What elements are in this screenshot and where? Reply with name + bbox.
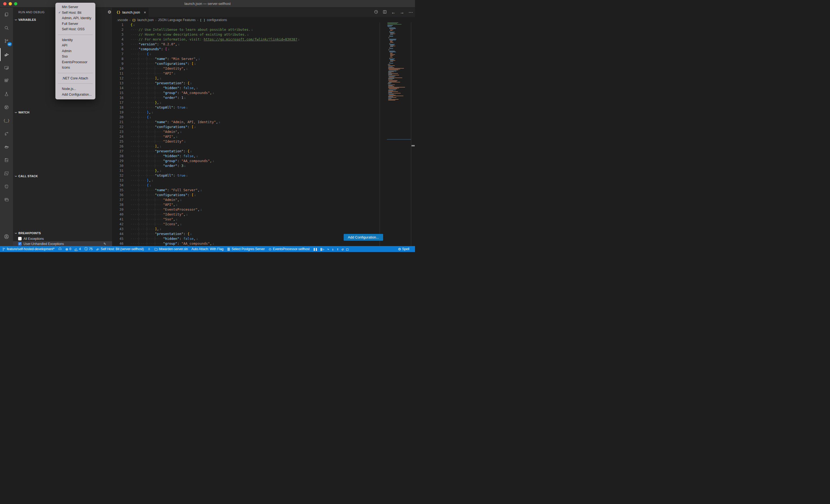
zoom-window-icon[interactable] bbox=[14, 2, 17, 5]
code-line-3[interactable]: 3····//·Hover·to·view·descriptions·of·ex… bbox=[113, 32, 415, 37]
code-line-11[interactable]: 11················"API"↓ bbox=[113, 71, 415, 76]
menu-item-admin-api-identity[interactable]: Admin, API, Identity bbox=[55, 15, 95, 21]
run-debug-icon[interactable] bbox=[0, 48, 13, 61]
code-line-37[interactable]: 37················"Admin",↓ bbox=[113, 197, 415, 202]
code-line-40[interactable]: 40················"Identity",↓ bbox=[113, 212, 415, 217]
more-actions-icon[interactable]: ⋯ bbox=[409, 10, 413, 15]
code-line-16[interactable]: 16················"order":·1↓ bbox=[113, 95, 415, 100]
tab-launch-json[interactable]: {} launch.json × bbox=[113, 7, 149, 17]
status-item-bitwarden-server-sln[interactable]: bitwarden-server.sln bbox=[154, 247, 188, 251]
code-line-32[interactable]: 32············"stopAll":·true↓ bbox=[113, 173, 415, 178]
code-line-43[interactable]: 43············],↓ bbox=[113, 227, 415, 232]
extensions-icon[interactable] bbox=[0, 74, 13, 87]
menu-item-add-configuration[interactable]: Add Configuration... bbox=[55, 92, 95, 98]
menu-item-min-server[interactable]: Min Server bbox=[55, 4, 95, 10]
menu-item-node-js[interactable]: Node.js... bbox=[55, 86, 95, 92]
checked-checkbox[interactable]: ✓ bbox=[18, 242, 22, 245]
remote-explorer-icon[interactable] bbox=[0, 61, 13, 74]
menu-item-net-core-attach[interactable]: .NET Core Attach bbox=[55, 76, 95, 81]
menu-item-sso[interactable]: Sso bbox=[55, 54, 95, 59]
code-line-25[interactable]: 25················"Identity"↓ bbox=[113, 139, 415, 144]
call-stack-section-header[interactable]: ❯ CALL STACK bbox=[13, 173, 112, 179]
browser-windows-icon[interactable] bbox=[0, 193, 13, 206]
status-item-self-host-bit-server-selfhost[interactable]: Self Host: Bit (server-selfhost) bbox=[96, 247, 144, 251]
scrollbar-marker[interactable] bbox=[412, 145, 415, 146]
source-control-icon[interactable]: 47 bbox=[0, 35, 13, 47]
status-item-flame-icon[interactable] bbox=[147, 247, 151, 251]
code-line-17[interactable]: 17············},↓ bbox=[113, 100, 415, 105]
breadcrumb-item-launch-json[interactable]: launch.json bbox=[137, 18, 154, 22]
minimap[interactable] bbox=[387, 23, 411, 246]
status-item-eventsprocessor-selfhost[interactable]: EventsProcessor-selfhost bbox=[268, 247, 310, 251]
account-icon[interactable] bbox=[0, 230, 13, 243]
menu-item-identity[interactable]: Identity bbox=[55, 37, 95, 43]
forward-icon[interactable]: → bbox=[400, 10, 404, 15]
code-line-19[interactable]: 19········},↓ bbox=[113, 110, 415, 115]
step-into-icon[interactable]: ↓ bbox=[332, 247, 334, 251]
code-line-28[interactable]: 28················"hidden":·false,↓ bbox=[113, 154, 415, 159]
code-line-18[interactable]: 18············"stopAll":·true↓ bbox=[113, 105, 415, 110]
edit-breakpoint-icon[interactable]: ✎ bbox=[103, 242, 106, 246]
minimize-window-icon[interactable] bbox=[9, 2, 12, 5]
watch-section-header[interactable]: ❯ WATCH bbox=[13, 109, 112, 115]
code-line-33[interactable]: 33········},↓ bbox=[113, 178, 415, 183]
postgresql-icon[interactable] bbox=[0, 180, 13, 193]
storage-icon[interactable] bbox=[0, 154, 13, 167]
terminal-powershell-icon[interactable] bbox=[0, 167, 13, 180]
breakpoint-item-user-unhandled-exceptions[interactable]: ✓User-Unhandled Exceptions✎ bbox=[13, 241, 112, 246]
code-line-23[interactable]: 23················"Admin",↓ bbox=[113, 129, 415, 134]
code-line-39[interactable]: 39················"EventsProcessor",↓ bbox=[113, 207, 415, 212]
code-line-20[interactable]: 20········{↓ bbox=[113, 115, 415, 120]
code-line-38[interactable]: 38················"API",↓ bbox=[113, 202, 415, 207]
live-share-icon[interactable] bbox=[0, 127, 13, 140]
breakpoints-section-header[interactable]: ❯ BREAKPOINTS bbox=[13, 230, 112, 236]
code-area[interactable]: 1{↓2····//·Use·IntelliSense·to·learn·abo… bbox=[113, 23, 415, 246]
code-line-14[interactable]: 14················"hidden":·false,↓ bbox=[113, 86, 415, 91]
close-tab-icon[interactable]: × bbox=[144, 10, 146, 14]
history-icon[interactable] bbox=[374, 10, 378, 15]
code-line-22[interactable]: 22············"configurations":·[↓ bbox=[113, 125, 415, 129]
status-item-spell[interactable]: ⚙Spell bbox=[398, 247, 409, 251]
code-line-34[interactable]: 34········{↓ bbox=[113, 183, 415, 188]
braces-extension-icon[interactable]: {‿} bbox=[0, 114, 13, 127]
code-line-35[interactable]: 35············"name":·"Full Server",↓ bbox=[113, 188, 415, 193]
status-item-4[interactable]: △!4 bbox=[74, 247, 81, 251]
add-configuration-button[interactable]: Add Configuration... bbox=[344, 234, 383, 241]
breakpoint-item-all-exceptions[interactable]: All Exceptions bbox=[13, 236, 112, 241]
code-line-24[interactable]: 24················"API",↓ bbox=[113, 134, 415, 139]
code-line-4[interactable]: 4····//·For·more·information,·visit:·htt… bbox=[113, 37, 415, 42]
status-item-select-postgres-server[interactable]: Select Postgres Server bbox=[227, 247, 265, 251]
status-item-cloud-upload-icon[interactable] bbox=[58, 247, 62, 251]
code-line-5[interactable]: 5····"version":·"0.2.0",↓ bbox=[113, 42, 415, 47]
code-line-42[interactable]: 42················"Icons",↓ bbox=[113, 222, 415, 227]
back-icon[interactable]: ← bbox=[391, 10, 395, 15]
code-line-36[interactable]: 36············"configurations":·[↓ bbox=[113, 193, 415, 197]
status-item-75[interactable]: ⓘ75 bbox=[84, 246, 92, 251]
menu-item-icons[interactable]: Icons bbox=[55, 65, 95, 70]
testing-icon[interactable] bbox=[0, 88, 13, 100]
step-over-icon[interactable]: ↷ bbox=[327, 247, 329, 251]
code-line-26[interactable]: 26············],↓ bbox=[113, 144, 415, 149]
step-out-icon[interactable]: ↑ bbox=[337, 247, 339, 251]
editor-scrollbar[interactable] bbox=[411, 23, 415, 246]
status-item-feature-self-hosted-development[interactable]: feature/self-hosted-development* bbox=[2, 247, 55, 251]
debug-settings-gear-icon[interactable]: ⚙ bbox=[107, 9, 111, 14]
status-item-auto-attach-with-flag[interactable]: Auto Attach: With Flag bbox=[191, 247, 223, 251]
search-icon[interactable] bbox=[0, 21, 13, 34]
breadcrumb-item-configurations[interactable]: configurations bbox=[207, 18, 227, 22]
code-line-15[interactable]: 15················"group":·"AA_compounds… bbox=[113, 91, 415, 95]
continue-icon[interactable]: ❚▷ bbox=[320, 247, 324, 251]
code-line-46[interactable]: 46················"group":·"AA_compounds… bbox=[113, 241, 415, 246]
status-item-0[interactable]: ⊗0 bbox=[65, 247, 71, 251]
code-line-30[interactable]: 30················"order":·3↓ bbox=[113, 163, 415, 168]
pause-icon[interactable]: ❚❚ bbox=[313, 247, 317, 251]
menu-item-self-host-oss[interactable]: Self Host: OSS bbox=[55, 27, 95, 32]
docker-icon[interactable] bbox=[0, 140, 13, 154]
code-line-6[interactable]: 6····"compounds":·[↓ bbox=[113, 47, 415, 52]
unchecked-checkbox[interactable] bbox=[18, 237, 22, 240]
code-line-29[interactable]: 29················"group":·"AA_compounds… bbox=[113, 159, 415, 163]
stop-icon[interactable]: □ bbox=[346, 247, 349, 251]
code-line-41[interactable]: 41················"Sso",↓ bbox=[113, 217, 415, 222]
circle-branch-icon[interactable] bbox=[0, 101, 13, 114]
menu-item-self-host-bit[interactable]: ✓Self Host: Bit bbox=[55, 10, 95, 16]
